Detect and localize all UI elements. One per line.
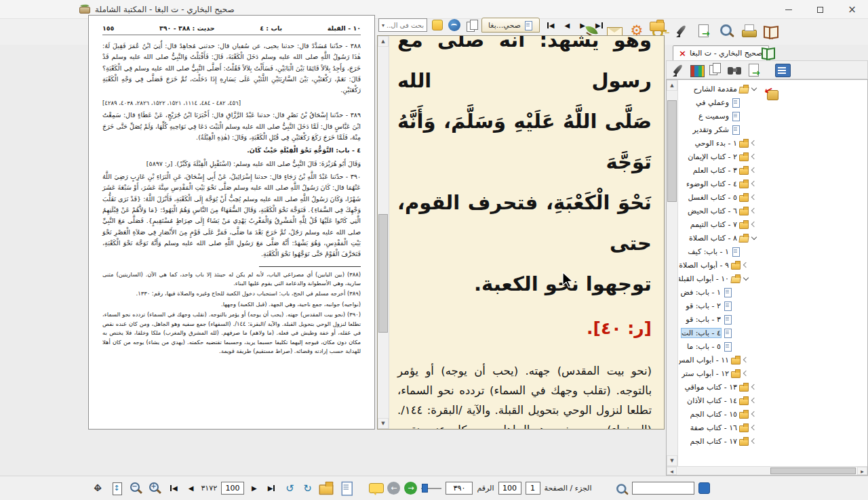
page-icon[interactable] (340, 482, 354, 495)
tree-item[interactable]: وعملي في (679, 96, 759, 109)
maximize-button[interactable] (804, 0, 836, 19)
chevron-left-icon[interactable] (751, 222, 757, 226)
previous-record-button[interactable]: ◀ (561, 20, 574, 30)
chevron-left-icon[interactable] (751, 398, 757, 402)
pan-icon[interactable] (90, 481, 105, 496)
goto-search-icon[interactable] (614, 482, 627, 495)
scroll-left-icon[interactable]: ◀ (667, 467, 677, 475)
hadith-number-input[interactable] (446, 482, 473, 495)
chevron-left-icon[interactable] (751, 385, 757, 389)
chevron-down-icon[interactable] (751, 87, 757, 90)
print-icon[interactable] (740, 22, 757, 40)
layout-panel-icon[interactable] (774, 62, 790, 78)
tree-item[interactable]: ٤ - باب: الت (679, 326, 759, 339)
first-page-button[interactable]: ◀ (166, 483, 181, 493)
document-tab[interactable]: صحي...بغا (481, 18, 540, 33)
chevron-left-icon[interactable] (751, 439, 757, 443)
tree-item[interactable]: ٩ - أبواب الصلاة (679, 258, 759, 272)
tree-item[interactable]: مقدمة الشارح (679, 82, 759, 96)
page-number-input[interactable] (498, 482, 521, 495)
chevron-down-icon[interactable] (751, 236, 757, 239)
chevron-left-icon[interactable] (751, 425, 757, 430)
tree-item[interactable]: ١ - باب: كيف (679, 245, 759, 258)
hadith-text-area[interactable]: وهو يشهد: أنه صلى مع رسول اللهصَلَّى الل… (389, 36, 664, 429)
go-button[interactable] (698, 482, 710, 494)
chevron-left-icon[interactable] (751, 154, 757, 159)
export-icon[interactable] (695, 22, 713, 40)
close-button[interactable]: × (836, 0, 868, 19)
forward-icon[interactable]: → (404, 482, 417, 495)
scrollbar-thumb[interactable] (770, 467, 856, 474)
chevron-left-icon[interactable] (743, 371, 749, 375)
tree-item[interactable]: ٥ - كتاب الغسل (679, 190, 759, 204)
reading-scrollbar[interactable]: ▲ ▼ (378, 36, 389, 429)
tree-item[interactable]: ٢ - كتاب الإيمان (679, 150, 759, 163)
comment-icon[interactable] (368, 481, 383, 496)
folder-icon[interactable] (319, 482, 334, 495)
scan-page-input[interactable] (221, 482, 244, 495)
quick-search-box[interactable]: ▾ بحث في ال.. (378, 18, 427, 32)
page-export-icon[interactable] (745, 62, 762, 78)
scroll-down-icon[interactable]: ▼ (667, 455, 677, 466)
close-tab-icon[interactable]: × (679, 48, 686, 58)
tree-item[interactable]: ١٧ - كتاب الجم (679, 434, 759, 448)
previous-page-button[interactable]: ◀ (185, 483, 197, 493)
last-record-button[interactable]: ▶ (592, 20, 607, 30)
tree-item[interactable]: ٤ - كتاب الوضوء (679, 177, 759, 190)
tree-item[interactable]: ٢ - باب: قو (679, 299, 759, 312)
chevron-left-icon[interactable] (751, 182, 757, 186)
chevron-left-icon[interactable] (751, 209, 757, 213)
annotation-pen-icon[interactable] (669, 62, 686, 78)
tree-item[interactable]: ١٥ - كتاب الجم (679, 407, 759, 421)
slider-thumb[interactable] (422, 484, 428, 493)
chevron-left-icon[interactable] (751, 412, 757, 416)
scroll-down-icon[interactable]: ▼ (378, 418, 389, 429)
library-icon[interactable] (762, 22, 780, 40)
fit-page-icon[interactable] (109, 481, 124, 496)
search-icon[interactable] (717, 22, 735, 40)
tree-item[interactable]: ٥ - باب: ما (679, 339, 759, 353)
tree-item[interactable]: ١٢ - أبواب ستر (679, 367, 759, 380)
tree-item[interactable]: ١ - بدء الوحي (679, 136, 759, 150)
tree-item[interactable]: ١٣ - كتاب مواقي (679, 380, 759, 394)
back-icon[interactable]: ← (387, 482, 400, 495)
book-icon[interactable] (761, 45, 776, 60)
first-record-button[interactable]: ◀ (543, 20, 558, 30)
chevron-left-icon[interactable] (751, 141, 757, 145)
rotate-right-icon[interactable]: ↻ (300, 481, 314, 496)
tree-item[interactable]: ١٠ - أبواب القبلة (679, 272, 759, 285)
tree-item[interactable]: ١٤ - كتاب الأذان (679, 394, 759, 407)
copy-icon[interactable] (465, 18, 478, 32)
tree-scrollbar[interactable]: ▲ ▼ (667, 80, 678, 466)
books-icon[interactable] (688, 62, 705, 78)
zoom-in-icon[interactable]: + (147, 481, 162, 496)
scroll-right-icon[interactable]: ▶ (857, 467, 867, 475)
chevron-down-icon[interactable] (743, 277, 749, 280)
last-page-button[interactable]: ▶ (264, 483, 279, 493)
tree-item[interactable]: ١ - باب: فض (679, 285, 759, 299)
rotate-left-icon[interactable]: ↺ (283, 481, 296, 496)
scan-page-panel[interactable]: ١٠ - القبلة باب : ٤ حديث : ٣٨٨ - ٣٩٠ ١٥٥… (88, 15, 375, 430)
scrollbar-thumb[interactable] (667, 100, 677, 202)
next-record-button[interactable]: ▶ (576, 20, 589, 30)
minimize-button[interactable] (772, 0, 804, 19)
tree-item[interactable]: ١١ - أبواب المس (679, 353, 759, 367)
diacritics-icon[interactable] (448, 18, 461, 32)
copy-pages-icon[interactable] (707, 62, 724, 78)
scroll-up-icon[interactable]: ▲ (378, 36, 389, 47)
chevron-left-icon[interactable] (751, 168, 757, 172)
binoculars-icon[interactable] (726, 62, 743, 78)
tree-item[interactable]: ٨ - كتاب الصلاة (679, 231, 759, 245)
tree-item[interactable]: ٣ - باب: قو (679, 312, 759, 326)
chevron-left-icon[interactable] (751, 195, 757, 199)
zoom-out-icon[interactable]: − (128, 481, 143, 496)
chevron-left-icon[interactable] (743, 263, 749, 267)
part-number-input[interactable] (526, 482, 540, 495)
chevron-left-icon[interactable] (743, 358, 749, 362)
zoom-slider[interactable] (421, 483, 441, 493)
tree-item[interactable]: وسميت ع (679, 109, 759, 123)
book-tab[interactable]: × صحيح البخاري - ت البغا (673, 45, 769, 60)
tree-item[interactable]: ٣ - كتاب العلم (679, 163, 759, 177)
tree-item[interactable]: شكر وتقدير (679, 123, 759, 136)
goto-input[interactable] (632, 482, 694, 495)
